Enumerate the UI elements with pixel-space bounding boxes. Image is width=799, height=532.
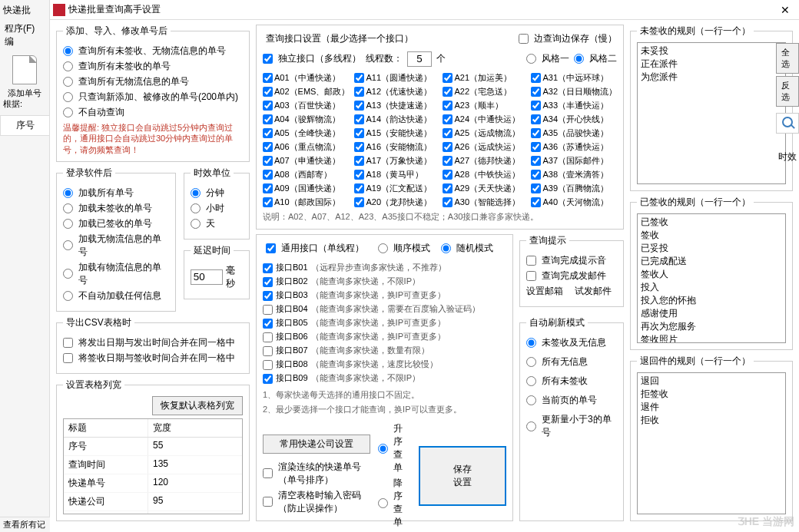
chk-interface-a16[interactable]: A16（安能物流） [354,141,438,153]
chk-interface-a34[interactable]: A34（开心快线） [531,114,617,125]
chk-interface-b09[interactable]: 接口B09（能查询多家快递，不限IP） [263,372,506,384]
link-set-email[interactable]: 设置邮箱 [526,285,563,298]
chk-interface-a14[interactable]: A14（韵达快递） [354,114,438,125]
radio-rf-updates-lt3[interactable]: 更新量小于3的单号 [526,413,617,439]
close-button[interactable]: ✕ [771,1,799,19]
add-doc-icon[interactable] [12,55,37,84]
return-rules-text[interactable] [637,372,786,514]
chk-interface-a12[interactable]: A12（优速快递） [354,86,438,97]
chk-interface-a07[interactable]: A07（申通快递） [263,155,350,167]
chk-interface-a38[interactable]: A38（壹米滴答） [531,169,617,180]
chk-interface-a20[interactable]: A20（龙邦快递） [354,197,438,208]
chk-interface-a08[interactable]: A08（西邮寄） [263,169,350,180]
company-settings-button[interactable]: 常用快递公司设置 [263,435,370,454]
unsigned-rules-text[interactable] [637,42,786,184]
radio-style2[interactable]: 风格二 [574,52,617,65]
chk-interface-a05[interactable]: A05（全峰快递） [263,127,350,139]
radio-rf-noinfo[interactable]: 所有无信息 [526,355,617,368]
chk-interface-a35[interactable]: A35（品骏快递） [531,127,617,139]
chk-interface-a15[interactable]: A15（安能快递） [354,127,438,139]
radio-query-nolog[interactable]: 查询所有无物流信息的单号 [63,75,243,88]
save-settings-button[interactable]: 保存设置 [419,446,506,506]
chk-interface-a24[interactable]: A24（中通快运） [443,114,526,125]
radio-desc[interactable]: 降序查单 [378,477,411,529]
chk-interface-a19[interactable]: A19（汇文配送） [354,183,438,194]
chk-interface-a04[interactable]: A04（骏辉物流） [263,114,350,125]
chk-generic-interface[interactable]: 通用接口（单线程） [266,242,364,255]
select-all-button[interactable]: 全选 [776,43,799,74]
chk-clear-password[interactable]: 清空表格时输入密码（防止误操作） [263,489,370,515]
chk-interface-a21[interactable]: A21（加运美） [443,72,526,84]
table-row[interactable]: 快递公司95 [64,493,242,511]
chk-interface-a02[interactable]: A02（EMS、邮政） [263,86,350,97]
radio-rf-current-page[interactable]: 当前页的单号 [526,394,617,407]
radio-random-mode[interactable]: 随机模式 [441,242,493,255]
restore-width-button[interactable]: 恢复默认表格列宽 [152,396,243,415]
table-row[interactable]: 序号55 [64,438,242,456]
thread-count-input[interactable] [407,51,432,67]
chk-sound[interactable]: 查询完成提示音 [526,254,617,267]
chk-interface-a13[interactable]: A13（快捷速递） [354,100,438,111]
radio-query-unsigned-nolog[interactable]: 查询所有未签收、无物流信息的单号 [63,45,243,58]
radio-rf-unsigned-noinfo[interactable]: 未签收及无信息 [526,336,617,349]
chk-interface-a26[interactable]: A26（远成快运） [443,141,526,153]
chk-interface-a40[interactable]: A40（天河物流） [531,197,617,208]
chk-interface-a22[interactable]: A22（宅急送） [443,86,526,97]
menu-edit[interactable]: 编 [5,36,14,47]
chk-interface-a25[interactable]: A25（远成物流） [443,127,526,139]
radio-query-unsigned[interactable]: 查询所有未签收的单号 [63,60,243,73]
radio-load-all[interactable]: 加载所有单号 [63,187,169,200]
chk-interface-a29[interactable]: A29（天天快递） [443,183,526,194]
chk-interface-a01[interactable]: A01（中通快递） [263,72,350,84]
chk-interface-b07[interactable]: 接口B07（能查询多家快递，数量有限） [263,345,506,356]
link-test-email[interactable]: 试发邮件 [575,285,612,298]
chk-csv-merge-send[interactable]: 将发出日期与发出时间合并在同一格中 [63,336,243,349]
table-row[interactable]: 查询时间135 [64,456,242,474]
chk-interface-b04[interactable]: 接口B04（能查询多家快递，需要在百度输入验证码） [263,303,506,315]
chk-interface-a23[interactable]: A23（顺丰） [443,100,526,111]
chk-interface-a11[interactable]: A11（圆通快递） [354,72,438,84]
radio-load-unsigned[interactable]: 加载未签收的单号 [63,202,169,215]
chk-interface-a18[interactable]: A18（黄马甲） [354,169,438,180]
chk-email[interactable]: 查询完成发邮件 [526,269,617,283]
radio-asc[interactable]: 升序查单 [378,422,411,474]
radio-no-auto-query[interactable]: 不自动查询 [63,106,243,119]
radio-load-nolog[interactable]: 加载无物流信息的单号 [63,233,169,259]
radio-load-none[interactable]: 不自动加载任何信息 [63,289,169,302]
chk-interface-a37[interactable]: A37（国际邮件） [531,155,617,167]
chk-interface-b08[interactable]: 接口B08（能查询多家快递，速度比较慢） [263,359,506,370]
chk-save-while-query[interactable]: 边查询边保存（慢） [519,32,617,45]
chk-interface-b01[interactable]: 接口B01（远程异步查询多家快递，不推荐） [263,262,506,273]
chk-interface-b05[interactable]: 接口B05（能查询多家快递，换IP可查更多） [263,317,506,329]
invert-select-button[interactable]: 反选 [776,76,799,107]
radio-load-haslog[interactable]: 加载有物流信息的单号 [63,261,169,287]
table-row[interactable]: 订单编号70 [64,511,242,514]
table-row[interactable]: 快递单号120 [64,474,242,493]
signed-rules-text[interactable] [637,213,786,342]
chk-interface-a39[interactable]: A39（百腾物流） [531,183,617,194]
chk-independent-interface[interactable]: 独立接口（多线程） [263,52,361,65]
chk-interface-a10[interactable]: A10（邮政国际） [263,197,350,208]
radio-style1[interactable]: 风格一 [526,52,569,65]
chk-interface-a33[interactable]: A33（丰通快运） [531,100,617,111]
radio-hour[interactable]: 小时 [191,202,243,215]
chk-interface-a36[interactable]: A36（苏通快运） [531,141,617,153]
chk-render-seq[interactable]: 渲染连续的快递单号（单号排序） [263,461,370,487]
radio-rf-unsigned[interactable]: 所有未签收 [526,375,617,388]
radio-seq-mode[interactable]: 顺序模式 [378,242,430,255]
chk-interface-a28[interactable]: A28（中铁快运） [443,169,526,180]
chk-interface-b06[interactable]: 接口B06（能查询多家快递，换IP可查更多） [263,331,506,342]
delay-input[interactable] [191,269,223,285]
chk-interface-a17[interactable]: A17（万象快递） [354,155,438,167]
chk-interface-b03[interactable]: 接口B03（能查询多家快递，换IP可查更多） [263,289,506,301]
chk-interface-a09[interactable]: A09（国通快递） [263,183,350,194]
chk-interface-a27[interactable]: A27（德邦快递） [443,155,526,167]
radio-query-new-only[interactable]: 只查询新添加、被修改的单号(200单内) [63,91,243,104]
search-button[interactable] [776,113,799,134]
chk-interface-a32[interactable]: A32（日日顺物流） [531,86,617,97]
chk-interface-a03[interactable]: A03（百世快递） [263,100,350,111]
chk-csv-merge-sign[interactable]: 将签收日期与签收时间合并在同一格中 [63,352,243,365]
menu-program[interactable]: 程序(F) [5,23,35,34]
chk-interface-b02[interactable]: 接口B02（能查询多家快递，不限IP） [263,276,506,287]
chk-interface-a06[interactable]: A06（重点物流） [263,141,350,153]
